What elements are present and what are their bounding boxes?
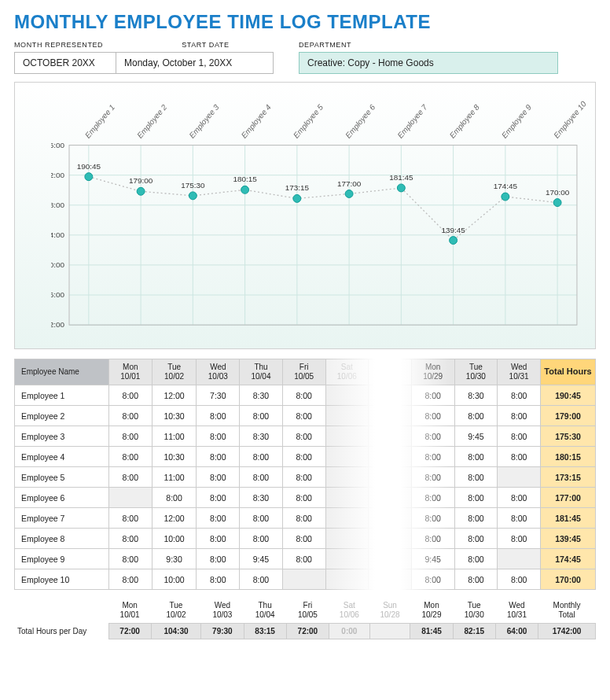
hours-cell[interactable]: 8:00 [411, 529, 454, 549]
hours-cell[interactable]: 8:00 [498, 385, 541, 406]
hours-cell[interactable]: 8:00 [109, 467, 152, 488]
hours-cell[interactable]: 8:00 [282, 447, 325, 467]
hours-cell[interactable]: 8:00 [197, 406, 240, 426]
hours-cell[interactable] [325, 406, 369, 426]
hours-cell[interactable]: 8:00 [197, 426, 240, 447]
hours-cell[interactable]: 8:00 [240, 569, 283, 590]
hours-cell[interactable]: 8:00 [282, 467, 325, 488]
hours-cell[interactable]: 8:00 [197, 549, 240, 569]
month-field[interactable]: OCTOBER 20XX [14, 52, 116, 74]
hours-cell[interactable] [369, 406, 412, 426]
hours-cell[interactable]: 8:00 [240, 529, 283, 549]
hours-cell[interactable]: 8:00 [454, 447, 498, 467]
hours-cell[interactable]: 8:00 [454, 529, 498, 549]
hours-cell[interactable]: 11:00 [152, 426, 197, 447]
hours-cell[interactable]: 8:00 [240, 447, 283, 467]
hours-cell[interactable]: 8:00 [454, 549, 498, 569]
hours-cell[interactable]: 9:45 [411, 549, 454, 569]
hours-cell[interactable]: 8:00 [109, 529, 152, 549]
hours-cell[interactable]: 8:00 [498, 529, 541, 549]
hours-cell[interactable] [282, 569, 325, 590]
hours-cell[interactable]: 8:00 [109, 549, 152, 569]
hours-cell[interactable] [325, 385, 369, 406]
hours-cell[interactable] [325, 529, 369, 549]
hours-cell[interactable]: 10:00 [152, 569, 197, 590]
hours-cell[interactable]: 8:00 [454, 508, 498, 529]
hours-cell[interactable]: 8:00 [282, 406, 325, 426]
hours-cell[interactable]: 8:00 [411, 569, 454, 590]
hours-cell[interactable]: 9:45 [240, 549, 283, 569]
hours-cell[interactable]: 8:00 [282, 529, 325, 549]
hours-cell[interactable] [369, 569, 412, 590]
hours-cell[interactable] [325, 549, 369, 569]
hours-cell[interactable] [369, 508, 412, 529]
hours-cell[interactable]: 9:30 [152, 549, 197, 569]
hours-cell[interactable]: 8:00 [197, 488, 240, 508]
hours-cell[interactable]: 8:00 [454, 467, 498, 488]
hours-cell[interactable]: 11:00 [152, 467, 197, 488]
hours-cell[interactable]: 8:00 [109, 406, 152, 426]
hours-cell[interactable]: 8:00 [498, 406, 541, 426]
hours-cell[interactable]: 8:30 [240, 488, 283, 508]
hours-cell[interactable]: 7:30 [197, 385, 240, 406]
hours-cell[interactable] [498, 467, 541, 488]
hours-cell[interactable]: 8:00 [411, 385, 454, 406]
hours-cell[interactable]: 8:30 [240, 426, 283, 447]
hours-cell[interactable]: 8:00 [240, 406, 283, 426]
hours-cell[interactable] [325, 447, 369, 467]
hours-cell[interactable]: 8:00 [454, 569, 498, 590]
hours-cell[interactable] [369, 529, 412, 549]
hours-cell[interactable] [325, 426, 369, 447]
hours-cell[interactable]: 8:00 [411, 426, 454, 447]
hours-cell[interactable]: 8:00 [282, 549, 325, 569]
dept-field[interactable]: Creative: Copy - Home Goods [299, 52, 558, 74]
hours-cell[interactable]: 8:00 [197, 447, 240, 467]
hours-cell[interactable] [369, 488, 412, 508]
hours-cell[interactable]: 8:00 [109, 385, 152, 406]
hours-cell[interactable]: 8:00 [109, 447, 152, 467]
hours-cell[interactable] [369, 426, 412, 447]
hours-cell[interactable]: 8:00 [454, 488, 498, 508]
hours-cell[interactable]: 10:00 [152, 529, 197, 549]
hours-cell[interactable]: 8:00 [152, 488, 197, 508]
hours-cell[interactable]: 8:00 [197, 569, 240, 590]
hours-cell[interactable]: 8:30 [240, 385, 283, 406]
hours-cell[interactable]: 8:00 [411, 467, 454, 488]
hours-cell[interactable]: 8:00 [240, 467, 283, 488]
hours-cell[interactable] [369, 447, 412, 467]
hours-cell[interactable] [498, 549, 541, 569]
hours-cell[interactable]: 8:00 [282, 385, 325, 406]
hours-cell[interactable]: 8:00 [197, 529, 240, 549]
hours-cell[interactable] [325, 467, 369, 488]
hours-cell[interactable]: 10:30 [152, 406, 197, 426]
hours-cell[interactable]: 10:30 [152, 447, 197, 467]
hours-cell[interactable]: 8:00 [411, 488, 454, 508]
start-date-field[interactable]: Monday, October 1, 20XX [116, 52, 274, 74]
hours-cell[interactable]: 8:00 [411, 508, 454, 529]
hours-cell[interactable]: 8:00 [454, 406, 498, 426]
hours-cell[interactable]: 8:00 [197, 508, 240, 529]
hours-cell[interactable]: 8:30 [454, 385, 498, 406]
hours-cell[interactable]: 8:00 [282, 426, 325, 447]
hours-cell[interactable]: 8:00 [282, 508, 325, 529]
hours-cell[interactable] [109, 488, 152, 508]
hours-cell[interactable]: 8:00 [282, 488, 325, 508]
hours-cell[interactable] [369, 467, 412, 488]
hours-cell[interactable]: 9:45 [454, 426, 498, 447]
hours-cell[interactable]: 8:00 [109, 508, 152, 529]
hours-cell[interactable]: 8:00 [498, 426, 541, 447]
hours-cell[interactable]: 8:00 [411, 406, 454, 426]
hours-cell[interactable]: 8:00 [498, 488, 541, 508]
hours-cell[interactable]: 8:00 [109, 569, 152, 590]
hours-cell[interactable]: 8:00 [498, 447, 541, 467]
hours-cell[interactable]: 12:00 [152, 385, 197, 406]
hours-cell[interactable]: 8:00 [411, 447, 454, 467]
hours-cell[interactable]: 8:00 [240, 508, 283, 529]
hours-cell[interactable]: 8:00 [109, 426, 152, 447]
hours-cell[interactable]: 8:00 [498, 508, 541, 529]
hours-cell[interactable]: 12:00 [152, 508, 197, 529]
hours-cell[interactable] [369, 385, 412, 406]
hours-cell[interactable]: 8:00 [197, 467, 240, 488]
hours-cell[interactable] [369, 549, 412, 569]
hours-cell[interactable] [325, 488, 369, 508]
